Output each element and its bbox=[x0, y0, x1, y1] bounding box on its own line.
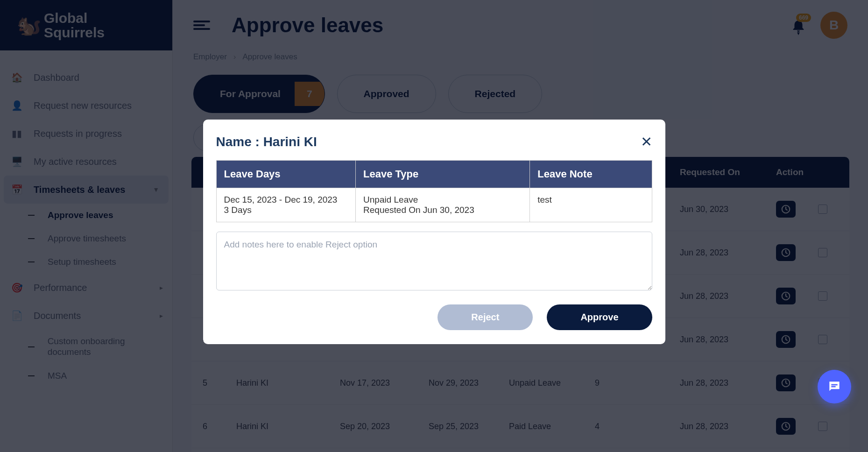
reject-notes-input[interactable] bbox=[216, 232, 652, 290]
leave-day-count: 3 Days bbox=[224, 205, 348, 215]
mth-days: Leave Days bbox=[216, 161, 356, 188]
svg-rect-7 bbox=[831, 384, 837, 386]
chat-icon bbox=[827, 379, 842, 394]
leave-range: Dec 15, 2023 - Dec 19, 2023 bbox=[224, 195, 348, 205]
mth-note: Leave Note bbox=[530, 161, 652, 188]
close-button[interactable]: ✕ bbox=[641, 134, 652, 150]
leave-requested-on: Requested On Jun 30, 2023 bbox=[363, 205, 522, 215]
modal-overlay[interactable]: Name : Harini KI ✕ Leave Days Leave Type… bbox=[0, 0, 868, 452]
mtd-type: Unpaid Leave Requested On Jun 30, 2023 bbox=[356, 188, 530, 222]
leave-detail-modal: Name : Harini KI ✕ Leave Days Leave Type… bbox=[203, 120, 665, 344]
reject-button[interactable]: Reject bbox=[438, 304, 533, 330]
modal-actions: Reject Approve bbox=[216, 304, 652, 330]
leave-type: Unpaid Leave bbox=[363, 195, 522, 205]
close-icon: ✕ bbox=[641, 134, 652, 149]
mtd-note: test bbox=[530, 188, 652, 222]
modal-title: Name : Harini KI bbox=[216, 134, 317, 149]
modal-header: Name : Harini KI ✕ bbox=[216, 134, 652, 150]
chat-fab[interactable] bbox=[818, 370, 851, 403]
svg-rect-8 bbox=[831, 386, 835, 388]
mtd-days: Dec 15, 2023 - Dec 19, 2023 3 Days bbox=[216, 188, 356, 222]
leave-detail-table: Leave Days Leave Type Leave Note Dec 15,… bbox=[216, 160, 652, 222]
approve-button[interactable]: Approve bbox=[547, 304, 652, 330]
mth-type: Leave Type bbox=[356, 161, 530, 188]
